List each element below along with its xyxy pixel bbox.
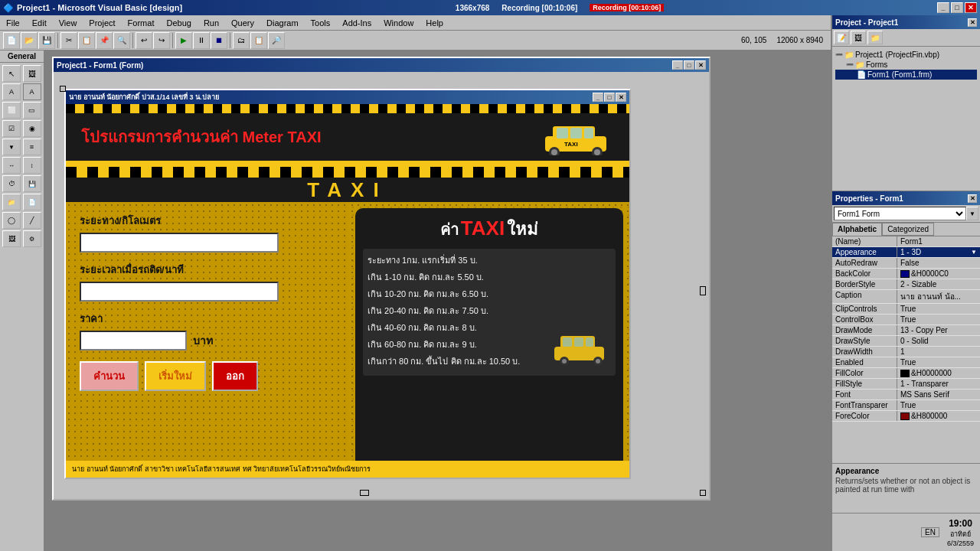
toolbar-cut[interactable]: ✂: [60, 32, 77, 49]
distance-input[interactable]: [80, 233, 279, 253]
prop-row-drawmode[interactable]: DrawMode 13 - Copy Per: [832, 325, 980, 336]
tool-data[interactable]: ⚙: [23, 230, 41, 247]
prop-object-selector[interactable]: Form1 Form: [834, 207, 966, 220]
checkered-bottom: [66, 167, 629, 178]
menu-view[interactable]: View: [53, 17, 83, 29]
prop-row-drawwidth[interactable]: DrawWidth 1: [832, 347, 980, 357]
menu-run[interactable]: Run: [198, 17, 225, 29]
taxi-minimize-btn[interactable]: _: [593, 93, 603, 102]
menu-file[interactable]: File: [0, 17, 26, 29]
tool-timer[interactable]: ⏱: [2, 175, 21, 192]
tool-text[interactable]: A: [23, 83, 41, 100]
prop-row-backcolor[interactable]: BackColor &H0000C0: [832, 269, 980, 279]
tool-list[interactable]: ≡: [23, 139, 41, 155]
prop-value-drawstyle: 0 - Solid: [897, 336, 980, 346]
toolbar-run[interactable]: ▶: [175, 32, 192, 49]
tab-alphabetic[interactable]: Alphabetic: [832, 223, 882, 236]
tool-button[interactable]: ▭: [23, 102, 41, 119]
prop-row-font[interactable]: Font MS Sans Serif: [832, 390, 980, 400]
proj-view-form-btn[interactable]: 🖼: [851, 31, 866, 44]
taxi-close-btn[interactable]: ✕: [616, 93, 626, 102]
prop-row-fillcolor[interactable]: FillColor &H0000000: [832, 368, 980, 379]
resize-handle-tl[interactable]: [60, 86, 66, 92]
toolbar-open[interactable]: 📂: [21, 32, 38, 49]
tree-item-form1[interactable]: 📄 Form1 (Form1.frm): [835, 70, 977, 80]
prop-row-enabled[interactable]: Enabled True: [832, 357, 980, 368]
toolbar-new[interactable]: 📄: [3, 32, 20, 49]
tool-shape[interactable]: ◯: [2, 212, 21, 229]
new-button[interactable]: เริ่มใหม่: [145, 361, 206, 391]
prop-row-borderstyle[interactable]: BorderStyle 2 - Sizable: [832, 279, 980, 290]
proj-view-code-btn[interactable]: 📝: [834, 31, 849, 44]
prop-row-drawstyle[interactable]: DrawStyle 0 - Solid: [832, 336, 980, 347]
form1-restore-btn[interactable]: □: [684, 60, 694, 70]
project-close-btn[interactable]: ✕: [968, 18, 977, 27]
tool-hscroll[interactable]: ↔: [2, 157, 21, 174]
calc-button[interactable]: คำนวน: [80, 361, 139, 391]
resize-handle-right[interactable]: [700, 286, 706, 295]
resize-handle-bottom[interactable]: [360, 490, 369, 496]
tree-item-forms[interactable]: ➖ 📁 Forms: [835, 60, 977, 70]
prop-dropdown-btn[interactable]: ▼: [966, 207, 978, 220]
menu-format[interactable]: Format: [122, 17, 161, 29]
menu-window[interactable]: Window: [377, 17, 420, 29]
prop-row-fillstyle[interactable]: FillStyle 1 - Transparer: [832, 379, 980, 390]
toolbar-undo[interactable]: ↩: [136, 32, 152, 49]
toolbar-paste[interactable]: 📌: [96, 32, 113, 49]
menu-help[interactable]: Help: [420, 17, 449, 29]
tool-pointer[interactable]: ↖: [2, 65, 21, 82]
menu-query[interactable]: Query: [225, 17, 260, 29]
prop-row-forecolor[interactable]: ForeColor &H800000: [832, 411, 980, 422]
close-button[interactable]: ✕: [965, 2, 977, 13]
toolbar-proj-exp[interactable]: 🗂: [233, 32, 250, 49]
tool-line[interactable]: ╱: [23, 212, 41, 229]
tool-image[interactable]: 🖼: [2, 230, 21, 247]
tree-item-project[interactable]: ➖ 📁 Project1 (ProjectFin.vbp): [835, 50, 977, 60]
prop-value-fillcolor: &H0000000: [897, 368, 980, 378]
menu-edit[interactable]: Edit: [26, 17, 53, 29]
prop-row-name[interactable]: (Name) Form1: [832, 236, 980, 247]
tab-categorized[interactable]: Categorized: [882, 223, 934, 236]
toolbar-stop[interactable]: ⏹: [211, 32, 227, 49]
form1-minimize-btn[interactable]: _: [672, 60, 683, 70]
toolbar-sep3: [172, 33, 173, 48]
exit-button[interactable]: ออก: [212, 361, 258, 391]
menu-tools[interactable]: Tools: [305, 17, 337, 29]
taxi-restore-btn[interactable]: □: [604, 93, 615, 102]
price-input[interactable]: [80, 331, 187, 350]
prop-row-fonttransp[interactable]: FontTransparer True: [832, 400, 980, 411]
prop-row-clipcontrols[interactable]: ClipControls True: [832, 304, 980, 315]
prop-row-autoredraw[interactable]: AutoRedraw False: [832, 258, 980, 269]
toolbar-save[interactable]: 💾: [38, 32, 55, 49]
minimize-button[interactable]: _: [937, 2, 949, 13]
tool-combo[interactable]: ▼: [2, 139, 21, 155]
prop-row-appearance[interactable]: Appearance 1 - 3D ▼: [832, 247, 980, 258]
menu-debug[interactable]: Debug: [160, 17, 197, 29]
menu-diagram[interactable]: Diagram: [260, 17, 305, 29]
toolbar-copy[interactable]: 📋: [78, 32, 95, 49]
tool-vscroll[interactable]: ↕: [23, 157, 41, 174]
tool-label[interactable]: A: [2, 83, 21, 100]
tool-dir[interactable]: 📁: [2, 194, 21, 210]
tool-picture[interactable]: 🖼: [23, 65, 41, 82]
toolbar-props[interactable]: 📋: [250, 32, 267, 49]
tool-frame[interactable]: ⬜: [2, 102, 21, 119]
tool-drive[interactable]: 💾: [23, 175, 41, 192]
restore-button[interactable]: □: [951, 2, 963, 13]
properties-close-btn[interactable]: ✕: [968, 194, 977, 203]
prop-row-caption[interactable]: Caption นาย อานนท์ น้อ...: [832, 290, 980, 304]
menu-addins[interactable]: Add-Ins: [336, 17, 377, 29]
resize-handle-br[interactable]: [700, 490, 706, 496]
tool-check[interactable]: ☑: [2, 120, 21, 137]
form1-close-btn[interactable]: ✕: [695, 60, 706, 70]
tool-file[interactable]: 📄: [23, 194, 41, 210]
toolbar-redo[interactable]: ↪: [153, 32, 170, 49]
toolbar-pause[interactable]: ⏸: [193, 32, 210, 49]
prop-row-controlbox[interactable]: ControlBox True: [832, 315, 980, 325]
toolbar-obj-brw[interactable]: 🔎: [268, 32, 285, 49]
proj-toggle-btn[interactable]: 📁: [867, 31, 883, 44]
toolbar-find[interactable]: 🔍: [113, 32, 130, 49]
time-input[interactable]: [80, 282, 279, 302]
menu-project[interactable]: Project: [83, 17, 121, 29]
tool-radio[interactable]: ◉: [23, 120, 41, 137]
